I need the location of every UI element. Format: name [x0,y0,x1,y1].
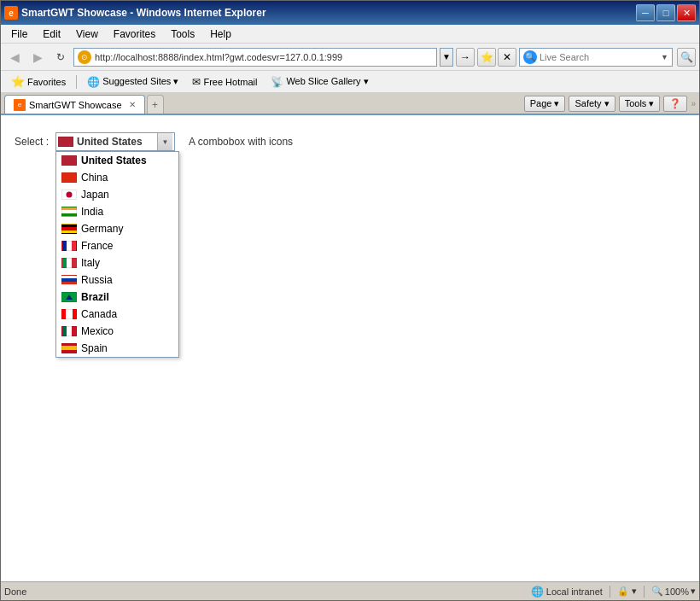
combobox-selected-value: United States [77,136,157,148]
zoom-icon: 🔍 [651,586,663,597]
back-button[interactable]: ◀ [4,47,25,67]
country-name: Italy [81,257,100,269]
current-tab[interactable]: e SmartGWT Showcase ✕ [4,95,145,114]
favorites-bar: ⭐ Favorites 🌐 Suggested Sites ▾ ✉ Free H… [1,71,699,93]
refresh-button[interactable]: ↻ [50,47,71,67]
flag-ru-icon [61,275,77,285]
country-name: Germany [81,223,123,235]
address-icon: ⊙ [78,50,91,64]
maximize-button[interactable]: □ [656,4,675,21]
security-icon-area: 🔒 ▾ [617,586,637,597]
menu-file[interactable]: File [4,26,34,42]
flag-jp-icon [61,190,77,200]
combobox-arrow-icon[interactable]: ▼ [157,133,172,150]
browser-window: e SmartGWT Showcase - Windows Internet E… [0,0,700,601]
menu-view[interactable]: View [69,26,105,42]
suggested-sites-label: Suggested Sites ▾ [102,76,178,87]
address-bar[interactable]: ⊙ http://localhost:8888/index.html?gwt.c… [73,48,437,67]
list-item[interactable]: Russia [56,271,178,289]
country-name: China [81,172,108,184]
flag-ca-icon [61,309,77,319]
web-slice-icon: 📡 [271,76,283,88]
country-name: United States [81,155,147,166]
safety-menu-button[interactable]: Safety ▾ [569,96,615,112]
select-row: Select : United States ▼ United States [15,132,685,151]
free-hotmail-button[interactable]: ✉ Free Hotmail [189,74,260,90]
toolbar-expand-button[interactable]: » [691,99,696,108]
list-item[interactable]: Japan [56,186,178,203]
combobox-field[interactable]: United States ▼ [55,132,175,151]
list-item[interactable]: Mexico [56,323,178,340]
list-item[interactable]: France [56,237,178,254]
combobox-description: A combobox with icons [189,132,293,148]
new-tab-button[interactable]: + [147,95,164,114]
country-name: France [81,240,113,252]
country-name: Japan [81,189,109,201]
add-to-favorites-button[interactable]: ⭐ [477,48,496,67]
content-frame: Select : United States ▼ United States [1,115,699,581]
suggested-sites-button[interactable]: 🌐 Suggested Sites ▾ [84,74,182,90]
address-bar-container: ⊙ http://localhost:8888/index.html?gwt.c… [73,48,475,67]
menu-favorites[interactable]: Favorites [107,26,162,42]
combobox-container: United States ▼ United States China [55,132,175,151]
address-dropdown[interactable]: ▼ [440,48,453,67]
flag-es-icon [61,343,77,353]
status-text: Done [4,586,531,597]
search-button[interactable]: 🔍 [677,48,696,67]
flag-br-icon [61,292,77,302]
address-text: http://localhost:8888/index.html?gwt.cod… [95,52,342,62]
search-input[interactable] [540,52,658,62]
list-item[interactable]: China [56,169,178,186]
list-item[interactable]: Germany [56,220,178,237]
title-bar-controls: ─ □ ✕ [636,4,696,21]
flag-cn-icon [61,172,77,183]
tab-favicon: e [14,99,26,111]
country-name: Mexico [81,325,114,337]
list-item[interactable]: Canada [56,306,178,323]
country-name: Brazil [81,291,109,303]
close-button[interactable]: ✕ [677,4,696,21]
list-item[interactable]: Spain [56,340,178,357]
web-slice-gallery-button[interactable]: 📡 Web Slice Gallery ▾ [267,74,371,90]
browser-icon: e [4,6,18,20]
help-button[interactable]: ❓ [663,96,687,112]
tab-bar: e SmartGWT Showcase ✕ + Page ▾ Safety ▾ … [1,93,699,115]
country-name: Canada [81,308,117,320]
menu-edit[interactable]: Edit [36,26,67,42]
list-item[interactable]: Brazil [56,289,178,306]
search-dropdown-arrow[interactable]: ▼ [661,53,668,61]
dropdown-list: United States China Japan [55,151,179,358]
tools-menu-button[interactable]: Tools ▾ [619,96,661,112]
zoom-dropdown[interactable]: ▾ [691,586,696,597]
flag-us-icon [61,155,77,166]
suggested-sites-icon: 🌐 [87,76,100,88]
minimize-button[interactable]: ─ [636,4,655,21]
nav-right-buttons: ⭐ ✕ [477,48,516,67]
security-dropdown[interactable]: ▾ [632,586,637,597]
selected-flag-icon [58,137,73,147]
status-divider [610,586,610,598]
list-item[interactable]: United States [56,152,178,169]
list-item[interactable]: Italy [56,254,178,271]
stop-button[interactable]: ✕ [498,48,516,67]
favorites-button[interactable]: ⭐ Favorites [8,73,69,90]
flag-de-icon [61,224,77,234]
favorites-label: Favorites [27,77,66,87]
status-bar: Done 🌐 Local intranet 🔒 ▾ 🔍 100% ▾ [1,581,699,600]
zoom-control[interactable]: 🔍 100% ▾ [651,586,696,597]
go-button[interactable]: → [456,48,475,67]
forward-button[interactable]: ▶ [27,47,48,67]
menu-help[interactable]: Help [203,26,238,42]
lock-icon: 🔒 [617,586,629,597]
page-menu-button[interactable]: Page ▾ [524,96,566,112]
title-bar: e SmartGWT Showcase - Windows Internet E… [1,1,699,25]
country-name: India [81,206,103,218]
search-bar: 🔍 ▼ [519,48,673,67]
nav-bar: ◀ ▶ ↻ ⊙ http://localhost:8888/index.html… [1,44,699,71]
menu-tools[interactable]: Tools [164,26,201,42]
search-provider-icon: 🔍 [523,50,537,64]
tab-close-button[interactable]: ✕ [129,100,136,109]
select-label: Select : [15,132,49,148]
country-name: Spain [81,342,108,354]
list-item[interactable]: India [56,203,178,220]
